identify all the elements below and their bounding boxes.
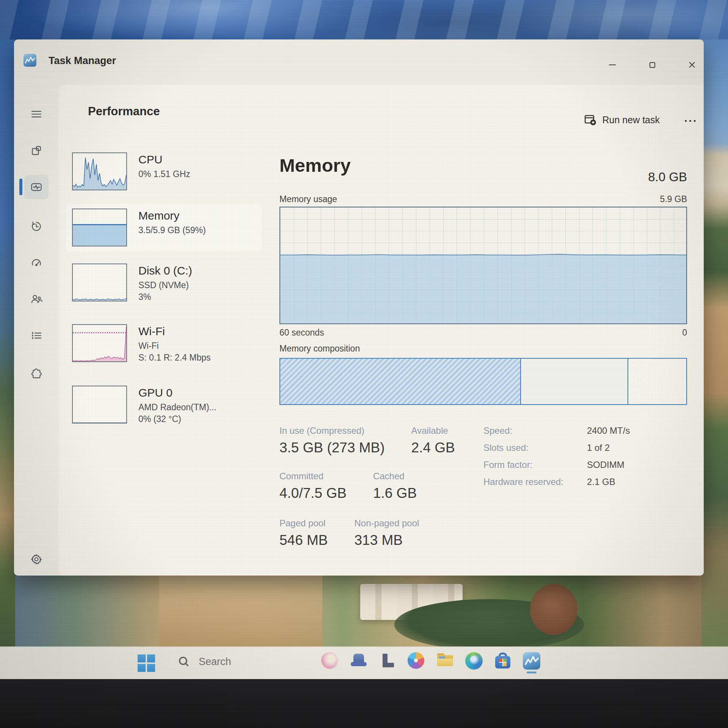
taskbar-app-store[interactable] <box>493 652 512 676</box>
details-list-icon <box>30 329 42 342</box>
start-button[interactable] <box>138 654 155 672</box>
run-new-task-label: Run new task <box>602 115 660 126</box>
microsoft-store-icon <box>494 652 511 670</box>
memory-mini-fill <box>73 224 126 246</box>
edge-icon <box>465 652 483 670</box>
hamburger-menu-icon <box>30 108 42 120</box>
memory-detail-panel: Memory 8.0 GB Memory usage 5.9 GB 60 sec… <box>279 153 687 576</box>
maximize-button[interactable] <box>642 57 663 72</box>
search-icon <box>177 655 190 668</box>
photos-app-icon <box>408 652 424 669</box>
graph-scale-max: 5.9 GB <box>660 194 687 204</box>
close-button[interactable] <box>681 57 703 72</box>
memory-composition-label: Memory composition <box>279 344 360 354</box>
run-new-task-icon <box>583 113 597 127</box>
wallpaper-red-tree <box>530 584 577 635</box>
stat-nonpaged-pool: Non-paged pool 313 MB <box>355 518 419 548</box>
close-icon <box>689 61 695 68</box>
performance-icon <box>30 181 42 193</box>
memory-stat: 3.5/5.9 GB (59%) <box>138 224 206 236</box>
stat-paged-pool: Paged pool 546 MB <box>279 518 328 548</box>
memory-composition-bar <box>279 358 687 405</box>
cpu-mini-graph <box>72 152 127 190</box>
detail-slots-used: Slots used: 1 of 2 <box>483 442 630 460</box>
selected-accent-pill <box>19 179 22 195</box>
disk-stat: 3% <box>138 291 192 303</box>
memory-mini-graph <box>72 209 127 246</box>
cpu-stat: 0% 1.51 GHz <box>138 168 190 180</box>
more-options-button[interactable]: ... <box>684 112 698 124</box>
hat-app-icon <box>350 652 367 670</box>
gpu-mini-graph <box>72 386 127 424</box>
taskbar: Search <box>0 646 728 679</box>
graph-time-span: 60 seconds <box>279 328 324 338</box>
wallpaper-left-edge <box>0 39 15 650</box>
mini-card-memory[interactable]: Memory 3.5/5.9 GB (59%) <box>72 209 254 246</box>
wallpaper-cliff <box>159 569 322 650</box>
l-app-icon <box>379 652 396 670</box>
disk-mini-graph <box>72 264 127 301</box>
taskbar-app-pink-swirl[interactable] <box>320 652 339 676</box>
laptop-bezel: hp <box>0 679 728 728</box>
gpu-adapter: AMD Radeon(TM)... <box>138 402 217 413</box>
wallpaper-right-edge <box>701 39 728 650</box>
graph-time-end: 0 <box>682 328 687 338</box>
composition-segment-in-use <box>280 359 521 404</box>
task-manager-icon <box>523 652 540 670</box>
history-clock-icon <box>30 220 42 232</box>
sidebar-item-startup-apps[interactable] <box>24 251 49 275</box>
mini-card-wifi[interactable]: Wi-Fi Wi-Fi S: 0.1 R: 2.4 Mbps <box>72 324 254 364</box>
cpu-title: CPU <box>138 153 190 166</box>
gpu-stat: 0% (32 °C) <box>138 413 217 425</box>
taskbar-app-hat[interactable] <box>349 652 368 676</box>
memory-capacity: 8.0 GB <box>648 170 687 184</box>
wifi-mini-graph <box>72 324 127 362</box>
taskbar-app-l[interactable] <box>378 652 397 676</box>
wifi-scale-dashed-line <box>73 332 126 333</box>
sidebar-item-app-history[interactable] <box>24 214 49 238</box>
sidebar-item-performance[interactable] <box>24 175 49 199</box>
task-manager-app-icon <box>24 54 36 67</box>
wifi-stat: S: 0.1 R: 2.4 Mbps <box>138 352 210 364</box>
active-app-indicator <box>527 672 537 673</box>
sidebar-item-details[interactable] <box>24 323 49 348</box>
detail-form-factor: Form factor: SODIMM <box>483 460 630 477</box>
memory-usage-graph <box>279 207 687 324</box>
mini-card-cpu[interactable]: CPU 0% 1.51 GHz <box>72 152 254 190</box>
composition-segment-standby <box>521 359 628 404</box>
memory-usage-label: Memory usage <box>279 194 337 204</box>
mini-card-gpu[interactable]: GPU 0 AMD Radeon(TM)... 0% (32 °C) <box>72 386 254 425</box>
memory-panel-title: Memory <box>279 155 351 176</box>
sidebar-item-settings[interactable] <box>24 547 49 571</box>
composition-segment-free <box>628 359 686 404</box>
window-title: Task Manager <box>49 55 116 67</box>
disk-title: Disk 0 (C:) <box>138 264 192 277</box>
run-new-task-button[interactable]: Run new task <box>583 113 660 127</box>
sidebar-item-services[interactable] <box>24 361 49 386</box>
taskbar-app-file-explorer[interactable] <box>436 652 455 676</box>
sidebar-item-menu[interactable] <box>24 102 49 126</box>
task-manager-window: Task Manager <box>14 39 704 576</box>
taskbar-app-edge[interactable] <box>464 652 483 676</box>
stat-cached: Cached 1.6 GB <box>373 471 417 501</box>
settings-gear-icon <box>30 553 42 565</box>
titlebar[interactable]: Task Manager <box>14 39 704 85</box>
minimize-button[interactable] <box>602 57 623 72</box>
memory-title: Memory <box>138 209 206 222</box>
disk-type: SSD (NVMe) <box>138 279 192 291</box>
taskbar-app-photos[interactable] <box>407 652 426 676</box>
pink-swirl-app-icon <box>321 652 338 669</box>
wifi-title: Wi-Fi <box>138 325 210 338</box>
taskbar-app-task-manager[interactable] <box>522 652 541 676</box>
stat-in-use: In use (Compressed) 3.5 GB (273 MB) <box>279 425 385 456</box>
stat-available: Available 2.4 GB <box>411 425 455 456</box>
maximize-icon <box>650 62 655 68</box>
speedometer-icon <box>30 257 42 269</box>
taskbar-search[interactable]: Search <box>177 655 231 668</box>
navigation-rail <box>14 85 59 576</box>
mini-card-disk[interactable]: Disk 0 (C:) SSD (NVMe) 3% <box>72 264 254 303</box>
sidebar-item-users[interactable] <box>24 287 49 311</box>
page-title: Performance <box>88 105 160 118</box>
performance-page: Performance Run new task ... CPU 0% 1.51… <box>59 85 704 576</box>
sidebar-item-processes[interactable] <box>24 138 49 163</box>
